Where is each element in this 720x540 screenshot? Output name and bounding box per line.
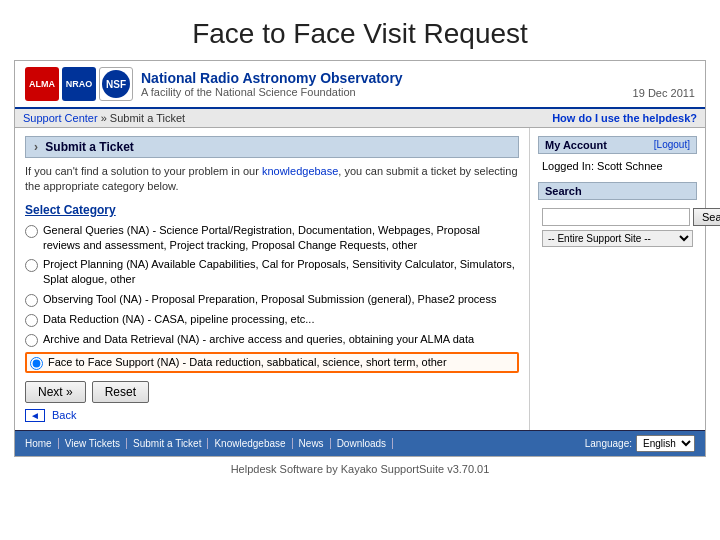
nsf-logo: NSF bbox=[99, 67, 133, 101]
back-link[interactable]: ◄ Back bbox=[25, 409, 76, 421]
footer-link-downloads[interactable]: Downloads bbox=[331, 438, 393, 449]
category-label-5: Archive and Data Retrieval (NA) - archiv… bbox=[43, 332, 474, 347]
logged-in-label: Logged In: bbox=[542, 160, 594, 172]
category-radio-6[interactable] bbox=[30, 357, 43, 370]
search-button[interactable]: Search bbox=[693, 208, 720, 226]
breadcrumb-support-link[interactable]: Support Center bbox=[23, 112, 98, 124]
next-button[interactable]: Next » bbox=[25, 381, 86, 403]
footer-link-knowledgebase[interactable]: Knowledgebase bbox=[208, 438, 292, 449]
two-col-layout: › Submit a Ticket If you can't find a so… bbox=[15, 128, 705, 430]
right-column: My Account [Logout] Logged In: Scott Sch… bbox=[530, 128, 705, 430]
header-date: 19 Dec 2011 bbox=[633, 87, 695, 101]
footer-links: Home View Tickets Submit a Ticket Knowle… bbox=[25, 438, 393, 449]
list-item: General Queries (NA) - Science Portal/Re… bbox=[25, 223, 519, 253]
footer-link-home[interactable]: Home bbox=[25, 438, 59, 449]
my-account-title: My Account bbox=[545, 139, 607, 151]
nav-bar: Support Center » Submit a Ticket How do … bbox=[15, 109, 705, 128]
main-content-wrapper: ALMA NRAO NSF National Radio Astronomy O… bbox=[14, 60, 706, 457]
nsf-emblem: NSF bbox=[102, 70, 130, 98]
logout-link[interactable]: [Logout] bbox=[654, 139, 690, 151]
breadcrumb-current: Submit a Ticket bbox=[110, 112, 185, 124]
search-content: Search -- Entire Support Site -- bbox=[538, 204, 697, 251]
list-item-selected: Face to Face Support (NA) - Data reducti… bbox=[25, 352, 519, 373]
user-name-value: Scott Schnee bbox=[597, 160, 662, 172]
language-label: Language: bbox=[585, 438, 632, 449]
category-label-2: Project Planning (NA) Available Capabili… bbox=[43, 257, 519, 287]
alma-logo: ALMA bbox=[25, 67, 59, 101]
search-scope-select[interactable]: -- Entire Support Site -- bbox=[542, 230, 693, 247]
list-item: Archive and Data Retrieval (NA) - archiv… bbox=[25, 332, 519, 347]
category-radio-5[interactable] bbox=[25, 334, 38, 347]
reset-button[interactable]: Reset bbox=[92, 381, 149, 403]
nrao-header: ALMA NRAO NSF National Radio Astronomy O… bbox=[15, 61, 705, 109]
intro-part1: If you can't find a solution to your pro… bbox=[25, 165, 262, 177]
submit-ticket-title: Submit a Ticket bbox=[45, 140, 133, 154]
list-item: Data Reduction (NA) - CASA, pipeline pro… bbox=[25, 312, 519, 327]
intro-text: If you can't find a solution to your pro… bbox=[25, 164, 519, 195]
nrao-title-area: National Radio Astronomy Observatory A f… bbox=[141, 70, 403, 98]
category-label-6: Face to Face Support (NA) - Data reducti… bbox=[48, 355, 447, 370]
category-label-1: General Queries (NA) - Science Portal/Re… bbox=[43, 223, 519, 253]
search-header: Search bbox=[538, 182, 697, 200]
submit-ticket-header: › Submit a Ticket bbox=[25, 136, 519, 158]
my-account-header: My Account [Logout] bbox=[538, 136, 697, 154]
knowledgebase-link[interactable]: knowledgebase bbox=[262, 165, 338, 177]
left-column: › Submit a Ticket If you can't find a so… bbox=[15, 128, 530, 430]
bottom-credit: Helpdesk Software by Kayako SupportSuite… bbox=[0, 457, 720, 479]
back-link-area: ◄ Back bbox=[25, 409, 519, 422]
section-arrow-icon: › bbox=[34, 140, 38, 154]
help-link[interactable]: How do I use the helpdesk? bbox=[552, 112, 697, 124]
footer-link-news[interactable]: News bbox=[293, 438, 331, 449]
logo-boxes: ALMA NRAO NSF bbox=[25, 67, 133, 101]
org-name: National Radio Astronomy Observatory bbox=[141, 70, 403, 86]
logo-area: ALMA NRAO NSF National Radio Astronomy O… bbox=[25, 67, 403, 101]
category-radio-list: General Queries (NA) - Science Portal/Re… bbox=[25, 223, 519, 373]
search-section: Search Search -- Entire Support Site -- bbox=[538, 182, 697, 251]
search-title: Search bbox=[545, 185, 582, 197]
breadcrumb: Support Center » Submit a Ticket bbox=[23, 112, 185, 124]
org-subtitle: A facility of the National Science Found… bbox=[141, 86, 403, 98]
logged-in-info: Logged In: Scott Schnee bbox=[538, 158, 697, 174]
search-input[interactable] bbox=[542, 208, 690, 226]
category-radio-4[interactable] bbox=[25, 314, 38, 327]
breadcrumb-sep: » bbox=[101, 112, 110, 124]
page-title: Face to Face Visit Request bbox=[0, 0, 720, 60]
category-radio-3[interactable] bbox=[25, 294, 38, 307]
footer-link-submit-ticket[interactable]: Submit a Ticket bbox=[127, 438, 208, 449]
category-label-3: Observing Tool (NA) - Proposal Preparati… bbox=[43, 292, 496, 307]
list-item: Project Planning (NA) Available Capabili… bbox=[25, 257, 519, 287]
nrao-logo: NRAO bbox=[62, 67, 96, 101]
category-radio-2[interactable] bbox=[25, 259, 38, 272]
select-category-label: Select Category bbox=[25, 203, 519, 217]
footer-nav: Home View Tickets Submit a Ticket Knowle… bbox=[15, 430, 705, 456]
back-label: Back bbox=[52, 409, 76, 421]
my-account-section: My Account [Logout] Logged In: Scott Sch… bbox=[538, 136, 697, 174]
footer-link-view-tickets[interactable]: View Tickets bbox=[59, 438, 127, 449]
button-row: Next » Reset bbox=[25, 381, 519, 403]
list-item: Observing Tool (NA) - Proposal Preparati… bbox=[25, 292, 519, 307]
footer-language: Language: English bbox=[585, 435, 695, 452]
category-radio-1[interactable] bbox=[25, 225, 38, 238]
search-box-row: Search bbox=[542, 208, 693, 226]
language-select[interactable]: English bbox=[636, 435, 695, 452]
back-arrow-icon: ◄ bbox=[25, 409, 45, 422]
category-label-4: Data Reduction (NA) - CASA, pipeline pro… bbox=[43, 312, 314, 327]
